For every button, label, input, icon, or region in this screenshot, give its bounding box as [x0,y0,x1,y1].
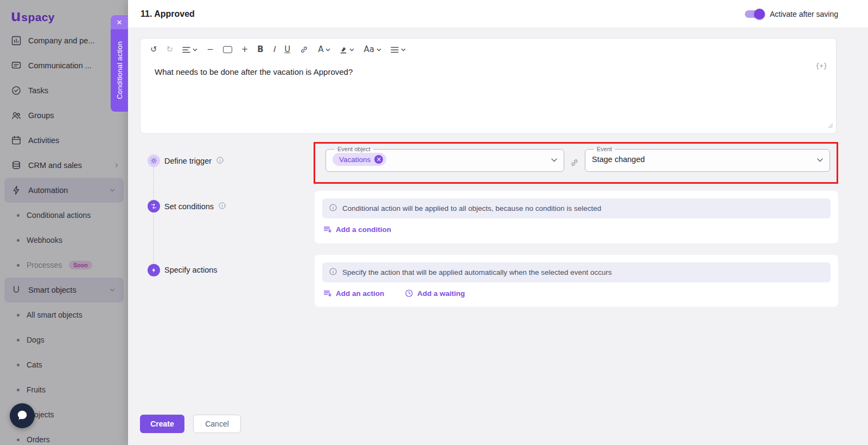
groups-icon [11,110,22,121]
insert-variable-button[interactable]: {+} [815,62,827,70]
italic-button[interactable]: I [273,46,275,54]
info-icon[interactable] [216,156,224,166]
sidebar-item-label: Webhooks [27,236,62,244]
sidebar-item-processes: Processes Soon [0,253,128,278]
sidebar-item-dogs[interactable]: Dogs [0,327,128,352]
selected-event-object-chip[interactable]: Vacations ✕ [333,153,386,166]
sidebar-item-fruits[interactable]: Fruits [0,377,128,402]
conditions-info-banner: Conditional action will be applied to al… [322,198,831,218]
text-case-dropdown[interactable]: Aa [363,46,381,54]
sidebar-item-conditional-actions[interactable]: Conditional actions [0,203,128,228]
bullet-icon [17,264,20,267]
sidebar-nav: Company and pe... Communication ... Task… [0,28,128,445]
soon-badge: Soon [69,261,92,269]
chat-launcher-button[interactable] [10,403,35,428]
sidebar-item-label: Conditional actions [27,211,91,220]
bullet-icon [17,314,20,317]
set-conditions-label-row: Set conditions [164,202,226,211]
info-icon [329,203,337,214]
conditional-action-tab[interactable]: ✕ Conditional action [111,15,128,112]
underline-button[interactable]: U [284,46,290,54]
sidebar-item-company[interactable]: Company and pe... [0,28,128,53]
paragraph-style-dropdown[interactable] [182,47,197,53]
define-trigger-label-row: Define trigger [164,156,224,166]
bold-button[interactable]: B [257,46,263,54]
conditions-card: Conditional action will be applied to al… [315,191,838,243]
sidebar-item-all-smart-objects[interactable]: All smart objects [0,302,128,327]
resize-handle-icon[interactable] [828,121,833,131]
step-connector-line [153,167,154,265]
editor-text[interactable]: What needs to be done after the vacation… [141,57,836,76]
font-color-dropdown[interactable]: A [318,46,330,54]
page-title: 11. Approved [141,9,195,19]
define-trigger-step-icon [148,154,160,167]
chevron-down-icon[interactable] [817,154,823,164]
playlist-add-icon [323,225,332,234]
redo-icon[interactable]: ↻ [167,46,174,54]
sidebar-item-cats[interactable]: Cats [0,352,128,377]
bullet-icon [17,438,20,441]
bullet-icon [17,364,20,366]
drawer-tab-label: Conditional action [111,29,128,112]
event-value: Stage changed [592,155,645,164]
smart-objects-icon [11,285,22,295]
playlist-add-icon [323,289,332,298]
link-fields-icon [570,158,579,167]
sidebar-item-label: Dogs [27,336,44,344]
create-button[interactable]: Create [140,415,184,433]
border-box-icon[interactable] [223,46,232,53]
sidebar-item-label: All smart objects [27,311,82,319]
align-dropdown[interactable] [391,47,406,53]
crm-icon [11,160,22,171]
link-button[interactable] [299,45,309,54]
add-action-button[interactable]: Add an action [323,289,384,298]
highlight-dropdown[interactable] [340,46,354,54]
chevron-down-icon [108,286,116,294]
specify-actions-label-row: Specify actions [164,266,218,274]
specify-actions-label: Specify actions [164,266,218,274]
sidebar-item-orders[interactable]: Orders [0,427,128,445]
sidebar-item-webhooks[interactable]: Webhooks [0,228,128,253]
chevron-down-icon[interactable] [551,154,557,164]
sidebar-item-label: Processes [27,261,62,269]
sidebar-item-crm[interactable]: CRM and sales [0,153,128,178]
actions-info-text: Specify the action that will be applied … [342,268,612,276]
add-waiting-label: Add a waiting [417,289,465,298]
add-condition-label: Add a condition [336,225,391,234]
app-logo[interactable]: u spacy [0,0,128,25]
sidebar-item-groups[interactable]: Groups [0,103,128,128]
actions-info-banner: Specify the action that will be applied … [322,262,831,282]
undo-icon[interactable]: ↺ [150,46,157,54]
sidebar-item-activities[interactable]: Activities [0,128,128,153]
chevron-right-icon [113,162,120,169]
sidebar-item-automation[interactable]: Automation [4,178,124,203]
conditions-info-text: Conditional action will be applied to al… [342,204,601,212]
toggle-knob [754,9,765,20]
info-icon[interactable] [218,202,226,211]
bullet-icon [17,239,20,242]
chip-remove-icon[interactable]: ✕ [374,155,383,164]
sidebar-item-smart-objects[interactable]: Smart objects [4,278,124,302]
cancel-button[interactable]: Cancel [193,415,241,433]
automation-icon [11,185,22,196]
description-editor[interactable]: ↺ ↻ − + B I U A Aa What needs to be done… [140,38,837,134]
screen: u spacy Company and pe... Communication … [0,0,868,445]
add-condition-button[interactable]: Add a condition [323,225,391,234]
font-color-glyph: A [318,46,323,54]
sidebar: u spacy Company and pe... Communication … [0,0,128,445]
sidebar-item-label: Tasks [28,86,48,95]
sidebar-item-label: Company and pe... [28,36,95,45]
chevron-down-icon [108,186,116,194]
sidebar-item-tasks[interactable]: Tasks [0,78,128,103]
close-icon[interactable]: ✕ [111,15,128,29]
sidebar-item-label: Activities [28,136,59,145]
bullet-icon [17,339,20,341]
event-object-select[interactable]: Event object Vacations ✕ [326,146,564,172]
decrease-icon[interactable]: − [207,46,214,54]
sidebar-item-communication[interactable]: Communication ... [0,53,128,78]
add-waiting-button[interactable]: Add a waiting [405,289,465,298]
sidebar-item-label: Cats [27,360,42,369]
activate-toggle[interactable] [745,10,763,18]
event-select[interactable]: Event Stage changed [585,146,830,172]
increase-icon[interactable]: + [241,46,248,54]
